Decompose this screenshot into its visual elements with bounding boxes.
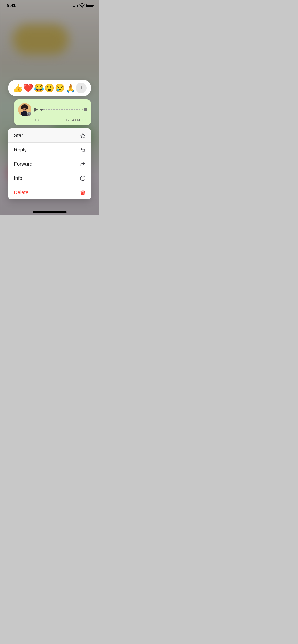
signal-bar-4 xyxy=(77,5,78,7)
battery-fill xyxy=(87,5,93,7)
voice-time-label: 12:24 PM xyxy=(66,118,80,122)
reply-icon xyxy=(80,147,86,153)
status-bar: 9:41 xyxy=(0,0,99,11)
battery-icon xyxy=(86,4,93,7)
svg-point-5 xyxy=(26,106,28,109)
menu-item-info[interactable]: Info xyxy=(8,171,91,185)
forward-icon xyxy=(80,161,86,167)
menu-item-forward[interactable]: Forward xyxy=(8,157,91,171)
emoji-wow[interactable]: 😮 xyxy=(44,84,55,92)
menu-item-star[interactable]: Star xyxy=(8,128,91,143)
signal-bars-icon xyxy=(73,4,78,7)
status-icons xyxy=(73,3,93,8)
signal-bar-1 xyxy=(73,6,74,7)
svg-point-7 xyxy=(23,108,24,109)
menu-item-reply-label: Reply xyxy=(14,147,27,153)
waveform-line xyxy=(43,109,83,110)
svg-point-8 xyxy=(25,108,26,109)
voice-timestamp: 12:24 PM ✓✓ xyxy=(66,118,87,122)
menu-item-reply[interactable]: Reply xyxy=(8,143,91,157)
emoji-pray[interactable]: 🙏 xyxy=(65,84,76,92)
play-button[interactable] xyxy=(34,107,38,112)
emoji-thumbsup[interactable]: 👍 xyxy=(13,84,23,92)
menu-item-delete[interactable]: Delete xyxy=(8,185,91,199)
main-content: 👍 ❤️ 😂 😮 😢 🙏 + xyxy=(0,11,99,215)
svg-point-4 xyxy=(21,106,23,109)
home-indicator xyxy=(33,211,67,213)
signal-bar-2 xyxy=(74,6,75,7)
avatar-container: 🎤 xyxy=(18,103,31,116)
voice-duration: 0:08 xyxy=(34,118,40,122)
emoji-cry[interactable]: 😢 xyxy=(55,84,65,92)
menu-item-info-label: Info xyxy=(14,175,22,181)
voice-message-bubble: 🎤 0:08 12:24 PM ✓✓ xyxy=(14,99,91,125)
menu-item-star-label: Star xyxy=(14,133,23,138)
signal-bar-3 xyxy=(76,5,76,7)
voice-controls xyxy=(34,106,87,113)
context-menu: Star Reply Forward Info xyxy=(8,128,91,199)
emoji-laugh[interactable]: 😂 xyxy=(34,84,44,92)
read-receipts-icon: ✓✓ xyxy=(81,118,87,122)
emoji-heart[interactable]: ❤️ xyxy=(23,84,33,92)
star-icon xyxy=(80,133,86,138)
menu-item-forward-label: Forward xyxy=(14,161,32,167)
trash-icon xyxy=(80,190,86,195)
voice-meta: 0:08 12:24 PM ✓✓ xyxy=(18,118,87,122)
menu-item-delete-label: Delete xyxy=(14,189,29,195)
waveform xyxy=(40,106,87,113)
mic-badge-icon: 🎤 xyxy=(27,112,31,116)
info-icon xyxy=(80,175,86,181)
emoji-reaction-bar[interactable]: 👍 ❤️ 😂 😮 😢 🙏 + xyxy=(8,80,91,96)
svg-marker-9 xyxy=(80,133,85,137)
waveform-end-dot xyxy=(84,108,87,111)
wifi-icon xyxy=(79,3,85,8)
emoji-more-button[interactable]: + xyxy=(76,83,87,93)
svg-point-0 xyxy=(82,7,83,8)
waveform-progress-dot xyxy=(40,109,43,111)
status-time: 9:41 xyxy=(7,3,16,8)
